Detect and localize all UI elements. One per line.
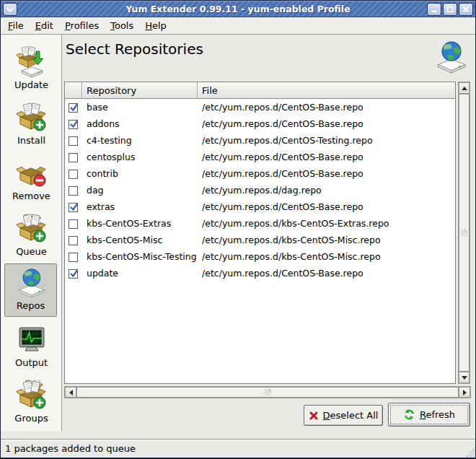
column-file[interactable]: File [198, 82, 455, 99]
thumb-grip [265, 389, 271, 395]
repo-name: kbs-CentOS-Extras [82, 218, 198, 229]
repo-name: addons [82, 118, 198, 129]
horizontal-scrollbar[interactable] [64, 386, 471, 398]
window-title: Yum Extender 0.99.11 - yum-enabled Profi… [1, 4, 475, 14]
column-checkbox[interactable] [65, 82, 82, 99]
table-row[interactable]: kbs-CentOS-Misc /etc/yum.repos.d/kbs-Cen… [65, 232, 455, 248]
table-row[interactable]: base /etc/yum.repos.d/CentOS-Base.repo [65, 99, 455, 115]
sidebar-item-groups[interactable]: Groups [1, 380, 62, 432]
table-row[interactable]: kbs-CentOS-Extras /etc/yum.repos.d/kbs-C… [65, 215, 455, 232]
app-window: Yum Extender 0.99.11 - yum-enabled Profi… [0, 0, 476, 459]
vertical-scrollbar[interactable] [458, 82, 470, 384]
main-panel: Select Repositories Repository File [63, 35, 475, 439]
update-icon [16, 46, 48, 78]
minimize-button[interactable] [427, 3, 441, 16]
refresh-button[interactable]: Refresh [388, 403, 470, 427]
table-row[interactable]: extras /etc/yum.repos.d/CentOS-Base.repo [65, 198, 455, 215]
sidebar-label: Groups [14, 413, 48, 424]
menu-edit[interactable]: Edit [30, 19, 59, 32]
repo-checkbox[interactable] [69, 253, 78, 262]
repo-file: /etc/yum.repos.d/CentOS-Base.repo [198, 201, 455, 212]
sidebar-item-update[interactable]: Update [1, 46, 62, 98]
repo-checkbox[interactable] [69, 236, 78, 245]
sidebar-item-repos[interactable]: Repos [4, 263, 57, 317]
check-icon [69, 268, 79, 279]
table-row[interactable]: addons /etc/yum.repos.d/CentOS-Base.repo [65, 115, 455, 132]
repos-icon [15, 267, 47, 299]
horizontal-scroll-thumb[interactable] [76, 387, 459, 398]
scroll-right-button[interactable] [459, 387, 470, 398]
check-icon [69, 201, 79, 212]
repo-file: /etc/yum.repos.d/CentOS-Testing.repo [198, 135, 455, 146]
repo-name: update [82, 268, 198, 279]
repo-file: /etc/yum.repos.d/kbs-CentOS-Misc.repo [198, 235, 455, 245]
sidebar-item-queue[interactable]: Queue [1, 213, 62, 265]
repo-name: kbs-CentOS-Misc-Testing [82, 251, 198, 262]
repo-checkbox[interactable] [69, 103, 78, 113]
thumb-grip [461, 230, 467, 236]
repo-name: extras [82, 201, 198, 212]
sidebar-label: Install [17, 135, 45, 146]
titlebar[interactable]: Yum Extender 0.99.11 - yum-enabled Profi… [1, 1, 475, 17]
maximize-icon [446, 6, 454, 13]
column-repository[interactable]: Repository [82, 82, 198, 99]
sidebar: Update Install Remove [1, 35, 62, 431]
scroll-left-button[interactable] [65, 387, 76, 398]
window-menu-button[interactable] [3, 3, 17, 16]
menu-help[interactable]: Help [139, 19, 172, 32]
statusbar: 1 packages added to queue [1, 439, 475, 458]
table-row[interactable]: centosplus /etc/yum.repos.d/CentOS-Base.… [65, 149, 455, 165]
vertical-scroll-thumb[interactable] [459, 94, 470, 372]
menu-tools[interactable]: Tools [105, 19, 139, 32]
scroll-up-button[interactable] [459, 82, 470, 94]
deselect-all-button[interactable]: Deselect All [304, 405, 383, 426]
repo-checkbox[interactable] [69, 186, 78, 196]
queue-icon [16, 213, 48, 245]
repo-checkbox[interactable] [69, 120, 78, 129]
repo-table: Repository File base /etc/yum.repos.d/Ce… [64, 82, 456, 384]
sidebar-label: Output [15, 357, 48, 368]
repo-checkbox[interactable] [69, 203, 78, 212]
chevron-down-icon [6, 7, 14, 12]
repo-file: /etc/yum.repos.d/kbs-CentOS-Misc.repo [198, 251, 455, 262]
repo-file: /etc/yum.repos.d/dag.repo [198, 185, 455, 196]
table-row[interactable]: dag /etc/yum.repos.d/dag.repo [65, 182, 455, 198]
repo-file: /etc/yum.repos.d/CentOS-Base.repo [198, 168, 455, 179]
sidebar-label: Update [14, 79, 48, 90]
table-body: base /etc/yum.repos.d/CentOS-Base.repo a… [65, 99, 455, 383]
repo-name: dag [82, 185, 198, 196]
close-icon [462, 6, 470, 13]
repo-name: centosplus [82, 152, 198, 162]
repo-checkbox[interactable] [69, 170, 78, 179]
sidebar-item-output[interactable]: Output [1, 324, 62, 376]
arrow-up-icon [462, 87, 467, 90]
menu-profiles[interactable]: Profiles [59, 19, 105, 32]
page-title: Select Repositories [66, 40, 203, 58]
install-icon [16, 102, 48, 134]
resize-grip[interactable] [465, 447, 475, 457]
repo-file: /etc/yum.repos.d/CentOS-Base.repo [198, 152, 455, 162]
repo-checkbox[interactable] [69, 269, 78, 279]
status-text: 1 packages added to queue [5, 443, 136, 454]
repo-checkbox[interactable] [69, 219, 78, 229]
table-row[interactable]: kbs-CentOS-Misc-Testing /etc/yum.repos.d… [65, 248, 455, 265]
repo-checkbox[interactable] [69, 136, 78, 146]
maximize-button[interactable] [443, 3, 457, 16]
repo-checkbox[interactable] [69, 153, 78, 162]
sidebar-item-install[interactable]: Install [1, 102, 62, 154]
table-header: Repository File [65, 82, 455, 99]
check-icon [69, 118, 79, 129]
table-row[interactable]: contrib /etc/yum.repos.d/CentOS-Base.rep… [65, 165, 455, 182]
repo-file: /etc/yum.repos.d/CentOS-Base.repo [198, 102, 455, 113]
table-row[interactable]: c4-testing /etc/yum.repos.d/CentOS-Testi… [65, 132, 455, 149]
arrow-down-icon [462, 376, 467, 380]
deselect-all-label: Deselect All [323, 410, 379, 421]
menu-file[interactable]: File [2, 19, 30, 32]
repo-file: /etc/yum.repos.d/CentOS-Base.repo [198, 268, 455, 279]
output-icon [16, 324, 48, 356]
table-row[interactable]: update /etc/yum.repos.d/CentOS-Base.repo [65, 265, 455, 281]
close-button[interactable] [459, 3, 473, 16]
scroll-down-button[interactable] [459, 372, 470, 383]
sidebar-item-remove[interactable]: Remove [1, 157, 62, 209]
sidebar-label: Queue [16, 246, 47, 257]
